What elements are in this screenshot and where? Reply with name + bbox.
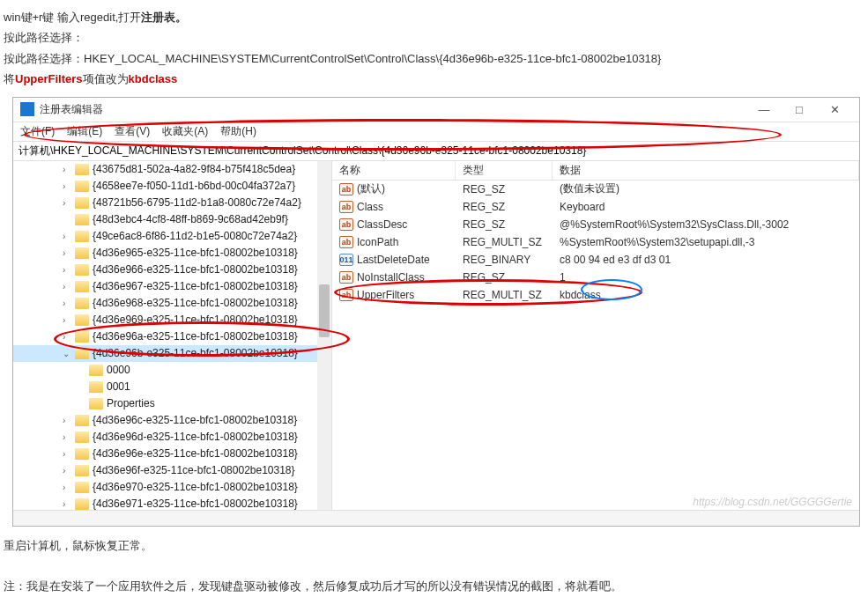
folder-icon (75, 348, 89, 359)
addressbar (13, 142, 859, 161)
value-type: REG_SZ (456, 271, 553, 284)
value-name: Class (357, 201, 383, 213)
col-header-name[interactable]: 名称 (332, 161, 456, 180)
folder-icon (75, 465, 89, 476)
chevron-icon[interactable]: › (63, 315, 73, 325)
tree-item[interactable]: ›{4d36e96a-e325-11ce-bfc1-08002be10318} (13, 328, 331, 345)
chevron-icon[interactable]: › (63, 248, 73, 258)
menu-edit[interactable]: 编辑(E) (67, 124, 102, 139)
tree-item[interactable]: {48d3ebc4-4cf8-48ff-b869-9c68ad42eb9f} (13, 211, 331, 228)
value-name: IconPath (357, 236, 398, 248)
folder-icon (75, 247, 89, 259)
chevron-icon[interactable]: › (63, 198, 73, 208)
tree-item[interactable]: ›{43675d81-502a-4a82-9f84-b75f418c5dea} (13, 161, 331, 178)
address-input[interactable] (19, 144, 854, 157)
tree-item-label: 0001 (107, 380, 130, 393)
folder-icon (89, 365, 103, 376)
tree-item-label: {4d36e96b-e325-11ce-bfc1-08002be10318} (93, 347, 298, 359)
tree-item[interactable]: ›{4d36e967-e325-11ce-bfc1-08002be10318} (13, 278, 331, 295)
tree-item[interactable]: ›{4d36e965-e325-11ce-bfc1-08002be10318} (13, 245, 331, 262)
tree-item[interactable]: ›{4d36e971-e325-11ce-bfc1-08002be10318} (13, 496, 331, 510)
value-data: c8 00 94 ed e3 df d3 01 (553, 254, 859, 266)
tree-item[interactable]: ⌄{4d36e96b-e325-11ce-bfc1-08002be10318} (13, 345, 331, 362)
tree-item[interactable]: Properties (13, 395, 331, 412)
tree-item-label: {48d3ebc4-4cf8-48ff-b869-9c68ad42eb9f} (93, 213, 288, 225)
folder-icon (75, 214, 89, 225)
chevron-icon[interactable]: ⌄ (63, 349, 73, 358)
tree-item-label: {4d36e970-e325-11ce-bfc1-08002be10318} (93, 481, 298, 493)
registry-value-row[interactable]: abClassREG_SZKeyboard (332, 198, 859, 216)
menu-file[interactable]: 文件(F) (20, 124, 55, 139)
menubar: 文件(F) 编辑(E) 查看(V) 收藏夹(A) 帮助(H) (13, 122, 859, 142)
value-name: UpperFilters (357, 289, 414, 301)
registry-value-row[interactable]: 011LastDeleteDateREG_BINARYc8 00 94 ed e… (332, 251, 859, 269)
registry-value-row[interactable]: abIconPathREG_MULTI_SZ%SystemRoot%\Syste… (332, 233, 859, 251)
tree-item[interactable]: ›{4d36e96d-e325-11ce-bfc1-08002be10318} (13, 429, 331, 446)
tree-item-label: {4d36e967-e325-11ce-bfc1-08002be10318} (93, 280, 298, 292)
chevron-icon[interactable]: › (63, 265, 73, 275)
value-data: Keyboard (553, 201, 859, 213)
tree-scrollbar[interactable] (317, 161, 331, 510)
registry-value-row[interactable]: abUpperFiltersREG_MULTI_SZkbdclass (332, 286, 859, 304)
tree-item[interactable]: ›{4d36e96e-e325-11ce-bfc1-08002be10318} (13, 446, 331, 462)
close-button[interactable]: ✕ (817, 97, 852, 122)
menu-help[interactable]: 帮助(H) (220, 124, 256, 139)
tree-item-label: 0000 (107, 364, 130, 376)
value-data: 1 (553, 271, 859, 284)
chevron-icon[interactable]: › (63, 449, 73, 459)
tree-item-label: {4d36e96e-e325-11ce-bfc1-08002be10318} (93, 447, 298, 460)
binary-value-icon: 011 (339, 254, 353, 266)
tree-item[interactable]: ›{4d36e96f-e325-11ce-bfc1-08002be10318} (13, 462, 331, 479)
folder-icon (89, 381, 103, 393)
chevron-icon[interactable]: › (63, 181, 73, 191)
menu-favorites[interactable]: 收藏夹(A) (162, 124, 208, 139)
tree-item[interactable]: ›{4d36e970-e325-11ce-bfc1-08002be10318} (13, 479, 331, 496)
tree-item[interactable]: ›{4658ee7e-f050-11d1-b6bd-00c04fa372a7} (13, 178, 331, 195)
tree-item[interactable]: ›{4d36e969-e325-11ce-bfc1-08002be10318} (13, 312, 331, 328)
tree-item[interactable]: ›{48721b56-6795-11d2-b1a8-0080c72e74a2} (13, 195, 331, 211)
tree-item-label: {4d36e96c-e325-11ce-bfc1-08002be10318} (93, 414, 297, 426)
string-value-icon: ab (339, 218, 353, 231)
folder-icon (75, 164, 89, 175)
folder-icon (75, 181, 89, 192)
chevron-icon[interactable]: › (63, 299, 73, 308)
tree-item[interactable]: 0000 (13, 362, 331, 379)
registry-value-row[interactable]: abClassDescREG_SZ@%SystemRoot%\System32\… (332, 216, 859, 233)
chevron-icon[interactable]: › (63, 332, 73, 342)
minimize-button[interactable]: — (746, 97, 782, 122)
tree-pane[interactable]: ›{43675d81-502a-4a82-9f84-b75f418c5dea}›… (13, 161, 332, 510)
chevron-icon[interactable]: › (63, 165, 73, 174)
value-name: LastDeleteDate (357, 254, 430, 266)
maximize-button[interactable]: □ (782, 97, 817, 122)
tree-scroll-thumb[interactable] (319, 284, 330, 337)
registry-value-row[interactable]: abNoInstallClassREG_SZ1 (332, 269, 859, 286)
watermark: https://blog.csdn.net/GGGGGertie (693, 496, 852, 508)
col-header-type[interactable]: 类型 (456, 161, 553, 180)
tree-item[interactable]: ›{4d36e968-e325-11ce-bfc1-08002be10318} (13, 295, 331, 312)
folder-icon (75, 197, 89, 209)
chevron-icon[interactable]: › (63, 499, 73, 509)
chevron-icon[interactable]: › (63, 466, 73, 476)
tree-item[interactable]: 0001 (13, 379, 331, 395)
registry-value-row[interactable]: ab(默认)REG_SZ(数值未设置) (332, 181, 859, 198)
chevron-icon[interactable]: › (63, 282, 73, 291)
folder-icon (75, 415, 89, 426)
folder-icon (75, 264, 89, 276)
col-header-data[interactable]: 数据 (553, 161, 859, 180)
tree-item[interactable]: ›{4d36e966-e325-11ce-bfc1-08002be10318} (13, 262, 331, 278)
folder-icon (75, 231, 89, 242)
folder-icon (75, 331, 89, 343)
menu-view[interactable]: 查看(V) (115, 124, 150, 139)
tree-item-label: {4d36e971-e325-11ce-bfc1-08002be10318} (93, 498, 298, 510)
value-type: REG_MULTI_SZ (456, 289, 553, 301)
value-type: REG_SZ (456, 218, 553, 231)
chevron-icon[interactable]: › (63, 432, 73, 442)
tree-item[interactable]: ›{4d36e96c-e325-11ce-bfc1-08002be10318} (13, 412, 331, 429)
folder-icon (89, 398, 103, 409)
tree-item-label: {49ce6ac8-6f86-11d2-b1e5-0080c72e74a2} (93, 230, 297, 242)
tree-item[interactable]: ›{49ce6ac8-6f86-11d2-b1e5-0080c72e74a2} (13, 228, 331, 245)
chevron-icon[interactable]: › (63, 232, 73, 241)
chevron-icon[interactable]: › (63, 483, 73, 492)
tree-item-label: {4d36e96f-e325-11ce-bfc1-08002be10318} (93, 464, 295, 476)
chevron-icon[interactable]: › (63, 416, 73, 425)
